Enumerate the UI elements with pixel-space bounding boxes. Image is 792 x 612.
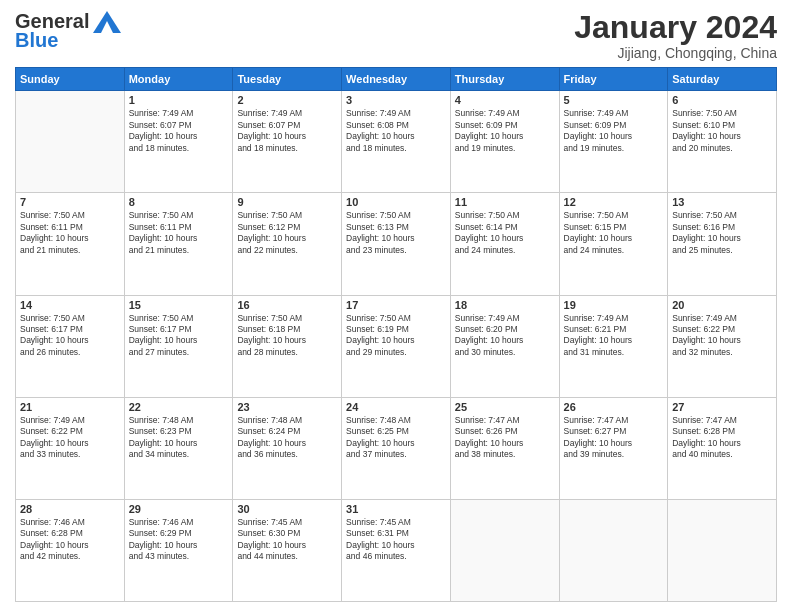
day-info: Sunrise: 7:50 AMSunset: 6:15 PMDaylight:… bbox=[564, 210, 664, 256]
table-row: 1Sunrise: 7:49 AMSunset: 6:07 PMDaylight… bbox=[124, 91, 233, 193]
header: General Blue January 2024 Jijiang, Chong… bbox=[15, 10, 777, 61]
col-friday: Friday bbox=[559, 68, 668, 91]
day-number: 24 bbox=[346, 401, 446, 413]
month-title: January 2024 bbox=[574, 10, 777, 45]
day-number: 22 bbox=[129, 401, 229, 413]
table-row: 3Sunrise: 7:49 AMSunset: 6:08 PMDaylight… bbox=[342, 91, 451, 193]
day-info: Sunrise: 7:50 AMSunset: 6:11 PMDaylight:… bbox=[20, 210, 120, 256]
day-number: 12 bbox=[564, 196, 664, 208]
day-info: Sunrise: 7:45 AMSunset: 6:30 PMDaylight:… bbox=[237, 517, 337, 563]
day-number: 26 bbox=[564, 401, 664, 413]
calendar-week-row: 7Sunrise: 7:50 AMSunset: 6:11 PMDaylight… bbox=[16, 193, 777, 295]
table-row: 31Sunrise: 7:45 AMSunset: 6:31 PMDayligh… bbox=[342, 499, 451, 601]
table-row: 30Sunrise: 7:45 AMSunset: 6:30 PMDayligh… bbox=[233, 499, 342, 601]
table-row: 29Sunrise: 7:46 AMSunset: 6:29 PMDayligh… bbox=[124, 499, 233, 601]
col-tuesday: Tuesday bbox=[233, 68, 342, 91]
day-info: Sunrise: 7:49 AMSunset: 6:07 PMDaylight:… bbox=[129, 108, 229, 154]
day-number: 23 bbox=[237, 401, 337, 413]
table-row: 7Sunrise: 7:50 AMSunset: 6:11 PMDaylight… bbox=[16, 193, 125, 295]
title-block: January 2024 Jijiang, Chongqing, China bbox=[574, 10, 777, 61]
day-number: 18 bbox=[455, 299, 555, 311]
table-row: 20Sunrise: 7:49 AMSunset: 6:22 PMDayligh… bbox=[668, 295, 777, 397]
table-row: 9Sunrise: 7:50 AMSunset: 6:12 PMDaylight… bbox=[233, 193, 342, 295]
day-info: Sunrise: 7:46 AMSunset: 6:28 PMDaylight:… bbox=[20, 517, 120, 563]
day-number: 6 bbox=[672, 94, 772, 106]
day-number: 25 bbox=[455, 401, 555, 413]
table-row bbox=[668, 499, 777, 601]
col-saturday: Saturday bbox=[668, 68, 777, 91]
day-info: Sunrise: 7:50 AMSunset: 6:10 PMDaylight:… bbox=[672, 108, 772, 154]
day-info: Sunrise: 7:50 AMSunset: 6:12 PMDaylight:… bbox=[237, 210, 337, 256]
day-number: 1 bbox=[129, 94, 229, 106]
table-row bbox=[559, 499, 668, 601]
location-subtitle: Jijiang, Chongqing, China bbox=[574, 45, 777, 61]
table-row: 6Sunrise: 7:50 AMSunset: 6:10 PMDaylight… bbox=[668, 91, 777, 193]
day-info: Sunrise: 7:49 AMSunset: 6:22 PMDaylight:… bbox=[672, 313, 772, 359]
calendar-week-row: 21Sunrise: 7:49 AMSunset: 6:22 PMDayligh… bbox=[16, 397, 777, 499]
day-info: Sunrise: 7:49 AMSunset: 6:09 PMDaylight:… bbox=[455, 108, 555, 154]
day-number: 3 bbox=[346, 94, 446, 106]
day-number: 11 bbox=[455, 196, 555, 208]
day-number: 21 bbox=[20, 401, 120, 413]
day-info: Sunrise: 7:50 AMSunset: 6:16 PMDaylight:… bbox=[672, 210, 772, 256]
table-row: 27Sunrise: 7:47 AMSunset: 6:28 PMDayligh… bbox=[668, 397, 777, 499]
day-number: 16 bbox=[237, 299, 337, 311]
col-sunday: Sunday bbox=[16, 68, 125, 91]
day-info: Sunrise: 7:45 AMSunset: 6:31 PMDaylight:… bbox=[346, 517, 446, 563]
day-number: 30 bbox=[237, 503, 337, 515]
table-row: 10Sunrise: 7:50 AMSunset: 6:13 PMDayligh… bbox=[342, 193, 451, 295]
table-row: 17Sunrise: 7:50 AMSunset: 6:19 PMDayligh… bbox=[342, 295, 451, 397]
day-info: Sunrise: 7:47 AMSunset: 6:28 PMDaylight:… bbox=[672, 415, 772, 461]
calendar-table: Sunday Monday Tuesday Wednesday Thursday… bbox=[15, 67, 777, 602]
table-row: 22Sunrise: 7:48 AMSunset: 6:23 PMDayligh… bbox=[124, 397, 233, 499]
table-row: 11Sunrise: 7:50 AMSunset: 6:14 PMDayligh… bbox=[450, 193, 559, 295]
logo-icon bbox=[93, 11, 121, 33]
day-number: 2 bbox=[237, 94, 337, 106]
day-number: 27 bbox=[672, 401, 772, 413]
day-number: 4 bbox=[455, 94, 555, 106]
col-wednesday: Wednesday bbox=[342, 68, 451, 91]
table-row: 18Sunrise: 7:49 AMSunset: 6:20 PMDayligh… bbox=[450, 295, 559, 397]
day-number: 29 bbox=[129, 503, 229, 515]
col-thursday: Thursday bbox=[450, 68, 559, 91]
day-info: Sunrise: 7:50 AMSunset: 6:19 PMDaylight:… bbox=[346, 313, 446, 359]
table-row: 23Sunrise: 7:48 AMSunset: 6:24 PMDayligh… bbox=[233, 397, 342, 499]
day-info: Sunrise: 7:50 AMSunset: 6:11 PMDaylight:… bbox=[129, 210, 229, 256]
day-number: 8 bbox=[129, 196, 229, 208]
table-row: 14Sunrise: 7:50 AMSunset: 6:17 PMDayligh… bbox=[16, 295, 125, 397]
table-row: 8Sunrise: 7:50 AMSunset: 6:11 PMDaylight… bbox=[124, 193, 233, 295]
day-info: Sunrise: 7:48 AMSunset: 6:24 PMDaylight:… bbox=[237, 415, 337, 461]
table-row: 19Sunrise: 7:49 AMSunset: 6:21 PMDayligh… bbox=[559, 295, 668, 397]
day-info: Sunrise: 7:46 AMSunset: 6:29 PMDaylight:… bbox=[129, 517, 229, 563]
day-info: Sunrise: 7:50 AMSunset: 6:17 PMDaylight:… bbox=[20, 313, 120, 359]
table-row: 25Sunrise: 7:47 AMSunset: 6:26 PMDayligh… bbox=[450, 397, 559, 499]
day-info: Sunrise: 7:50 AMSunset: 6:17 PMDaylight:… bbox=[129, 313, 229, 359]
table-row: 24Sunrise: 7:48 AMSunset: 6:25 PMDayligh… bbox=[342, 397, 451, 499]
day-number: 28 bbox=[20, 503, 120, 515]
calendar-week-row: 14Sunrise: 7:50 AMSunset: 6:17 PMDayligh… bbox=[16, 295, 777, 397]
table-row: 15Sunrise: 7:50 AMSunset: 6:17 PMDayligh… bbox=[124, 295, 233, 397]
day-number: 10 bbox=[346, 196, 446, 208]
day-info: Sunrise: 7:49 AMSunset: 6:20 PMDaylight:… bbox=[455, 313, 555, 359]
table-row: 21Sunrise: 7:49 AMSunset: 6:22 PMDayligh… bbox=[16, 397, 125, 499]
day-number: 17 bbox=[346, 299, 446, 311]
logo: General Blue bbox=[15, 10, 121, 52]
table-row: 4Sunrise: 7:49 AMSunset: 6:09 PMDaylight… bbox=[450, 91, 559, 193]
calendar-week-row: 1Sunrise: 7:49 AMSunset: 6:07 PMDaylight… bbox=[16, 91, 777, 193]
table-row bbox=[450, 499, 559, 601]
table-row bbox=[16, 91, 125, 193]
page: General Blue January 2024 Jijiang, Chong… bbox=[0, 0, 792, 612]
day-info: Sunrise: 7:50 AMSunset: 6:18 PMDaylight:… bbox=[237, 313, 337, 359]
table-row: 5Sunrise: 7:49 AMSunset: 6:09 PMDaylight… bbox=[559, 91, 668, 193]
day-info: Sunrise: 7:47 AMSunset: 6:26 PMDaylight:… bbox=[455, 415, 555, 461]
day-number: 15 bbox=[129, 299, 229, 311]
day-info: Sunrise: 7:49 AMSunset: 6:07 PMDaylight:… bbox=[237, 108, 337, 154]
day-number: 9 bbox=[237, 196, 337, 208]
table-row: 26Sunrise: 7:47 AMSunset: 6:27 PMDayligh… bbox=[559, 397, 668, 499]
calendar-week-row: 28Sunrise: 7:46 AMSunset: 6:28 PMDayligh… bbox=[16, 499, 777, 601]
day-number: 19 bbox=[564, 299, 664, 311]
day-number: 5 bbox=[564, 94, 664, 106]
table-row: 28Sunrise: 7:46 AMSunset: 6:28 PMDayligh… bbox=[16, 499, 125, 601]
day-info: Sunrise: 7:47 AMSunset: 6:27 PMDaylight:… bbox=[564, 415, 664, 461]
day-info: Sunrise: 7:48 AMSunset: 6:23 PMDaylight:… bbox=[129, 415, 229, 461]
